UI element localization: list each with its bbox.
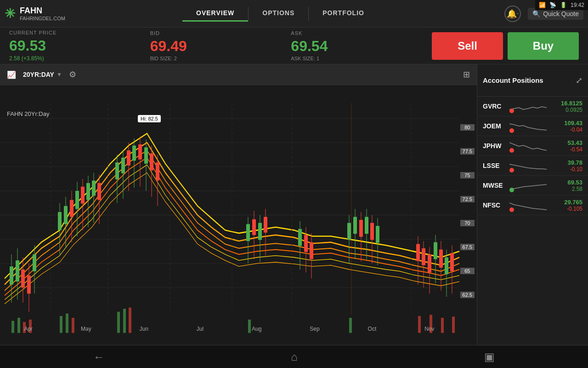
svg-rect-61 <box>304 235 308 252</box>
svg-rect-13 <box>21 270 25 288</box>
ask-label: ASK <box>291 30 413 36</box>
svg-rect-15 <box>27 276 31 293</box>
hi-label: Hi: 82.5 <box>138 115 161 122</box>
svg-rect-39 <box>127 150 130 166</box>
logo-area: ✳ FAHN FAHRINGDEL.COM <box>5 6 87 21</box>
svg-rect-75 <box>376 226 379 243</box>
svg-rect-85 <box>439 249 443 267</box>
sidebar-expand-icon[interactable]: ⤢ <box>576 75 582 86</box>
svg-rect-31 <box>92 181 96 196</box>
ask-value: 69.54 <box>291 38 413 55</box>
svg-rect-59 <box>298 229 302 246</box>
status-bar: 📶 📡 🔋 19:42 <box>535 0 588 10</box>
bid-value: 69.49 <box>150 38 273 55</box>
svg-rect-27 <box>81 187 85 204</box>
wifi-icon: 📶 <box>539 2 546 8</box>
logo-sub: FAHRINGDEL.COM <box>20 16 65 21</box>
svg-rect-19 <box>58 212 62 230</box>
sparkline-joem <box>509 119 547 133</box>
notification-bell[interactable]: 🔔+ <box>504 6 521 22</box>
values-mwse: 69.53 2.58 <box>550 179 582 192</box>
sparkline-gvrc <box>509 99 547 113</box>
position-nfsc[interactable]: NFSC 29.765 -0.105 <box>477 196 588 215</box>
values-gvrc: 16.8125 0.0925 <box>550 100 582 113</box>
svg-rect-21 <box>64 206 68 224</box>
x-label-oct: Oct <box>368 326 377 332</box>
position-jphw[interactable]: JPHW 53.43 -0.54 <box>477 136 588 156</box>
buy-button[interactable]: Buy <box>508 32 579 60</box>
x-label-apr: Apr <box>24 326 33 332</box>
svg-rect-79 <box>422 248 425 265</box>
battery-icon: 🔋 <box>560 2 567 8</box>
x-label-may: May <box>81 326 91 332</box>
ticker-jphw: JPHW <box>483 142 506 150</box>
svg-rect-73 <box>370 223 374 240</box>
chart-type-icon: 📈 <box>7 70 16 79</box>
change-mwse: 2.58 <box>550 186 582 192</box>
svg-rect-43 <box>138 144 142 160</box>
search-icon: 🔍 <box>532 10 540 17</box>
ticker-nfsc: NFSC <box>483 201 506 209</box>
sparkline-jphw <box>509 139 547 153</box>
tab-overview[interactable]: OVERVIEW <box>182 6 248 22</box>
change-nfsc: -0.105 <box>550 206 582 212</box>
back-button[interactable]: ← <box>93 351 104 363</box>
nav-tabs: OVERVIEW OPTIONS PORTFOLIO <box>87 6 473 22</box>
recent-apps-button[interactable]: ▣ <box>484 351 495 363</box>
level-75: 75 <box>460 172 475 178</box>
price-change: 2.58 (+3.85%) <box>9 55 132 62</box>
svg-rect-33 <box>97 183 101 200</box>
svg-rect-83 <box>434 242 437 259</box>
svg-rect-53 <box>252 219 256 235</box>
bid-label: BID <box>150 30 273 36</box>
change-jphw: -0.54 <box>550 146 582 153</box>
change-joem: -0.04 <box>550 126 582 133</box>
current-price-label: CURRENT PRICE <box>9 30 132 35</box>
svg-rect-51 <box>246 224 250 241</box>
candlestick-chart <box>0 85 477 345</box>
svg-rect-37 <box>121 158 125 173</box>
position-indicator-nfsc <box>509 207 514 212</box>
expand-icon[interactable]: ⊞ <box>463 69 470 80</box>
change-lsse: -0.10 <box>550 166 582 172</box>
price-mwse: 69.53 <box>550 179 582 186</box>
svg-rect-81 <box>428 254 431 272</box>
position-joem[interactable]: JOEM 109.43 -0.04 <box>477 116 588 136</box>
tab-portfolio[interactable]: PORTFOLIO <box>309 6 378 22</box>
sidebar-header: Account Positions ⤢ <box>477 64 588 97</box>
level-675: 67.5 <box>460 244 475 250</box>
ticker-lsse: LSSE <box>483 162 506 169</box>
tab-options[interactable]: OPTIONS <box>249 6 308 22</box>
x-label-nov: Nov <box>424 326 434 332</box>
bottom-nav: ← ⌂ ▣ <box>0 345 588 368</box>
sidebar: Account Positions ⤢ GVRC 16.8125 0.0925 … <box>477 64 588 345</box>
svg-rect-35 <box>115 162 119 179</box>
price-gvrc: 16.8125 <box>550 100 582 107</box>
level-80: 80 <box>460 124 475 131</box>
gear-icon[interactable]: ⚙ <box>69 69 76 80</box>
home-button[interactable]: ⌂ <box>291 351 298 363</box>
main-content: 📈 20YR:DAY ▼ ⚙ ⊞ FAHN 20Yr:Day Hi: 82.5 … <box>0 64 588 345</box>
level-725: 72.5 <box>460 196 475 202</box>
svg-rect-55 <box>258 223 262 240</box>
position-mwse[interactable]: MWSE 69.53 2.58 <box>477 176 588 196</box>
position-lsse[interactable]: LSSE 39.78 -0.10 <box>477 156 588 176</box>
svg-rect-25 <box>75 191 79 209</box>
signal-icon: 📡 <box>549 2 556 8</box>
svg-rect-49 <box>156 162 159 180</box>
svg-rect-87 <box>445 257 448 274</box>
level-65: 65 <box>460 268 475 274</box>
price-nfsc: 29.765 <box>550 199 582 206</box>
svg-rect-47 <box>150 153 153 170</box>
sell-button[interactable]: Sell <box>432 32 503 60</box>
svg-rect-89 <box>450 253 454 271</box>
top-bar: ✳ FAHN FAHRINGDEL.COM OVERVIEW OPTIONS P… <box>0 0 588 28</box>
position-gvrc[interactable]: GVRC 16.8125 0.0925 <box>477 97 588 116</box>
x-axis-labels: Apr May Jun Jul Aug Sep Oct Nov <box>0 326 458 332</box>
values-jphw: 53.43 -0.54 <box>550 139 582 153</box>
chart-title: FAHN 20Yr:Day <box>7 110 49 117</box>
price-levels: 80 77.5 75 72.5 70 67.5 65 62.5 <box>460 124 475 298</box>
svg-rect-45 <box>144 147 148 163</box>
change-gvrc: 0.0925 <box>550 107 582 113</box>
chart-canvas: FAHN 20Yr:Day Hi: 82.5 80 77.5 75 72.5 7… <box>0 85 477 345</box>
